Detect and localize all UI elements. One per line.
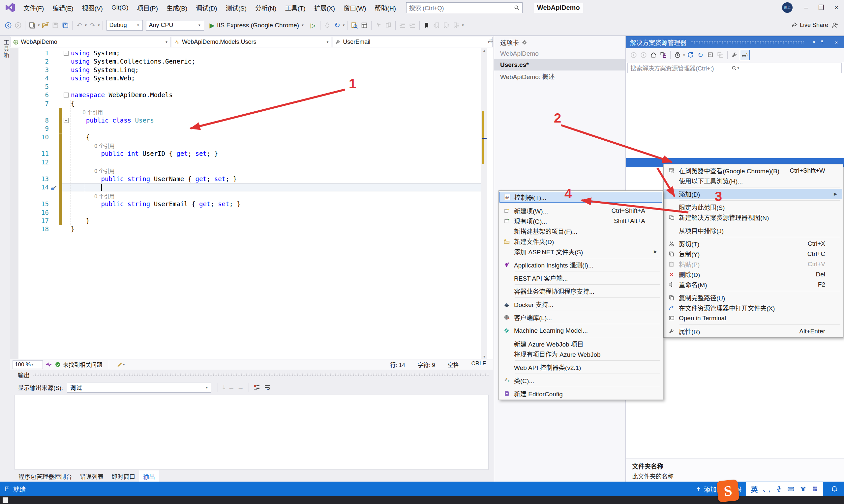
restore-button[interactable]: ❐ (814, 0, 829, 15)
ime-menu-icon[interactable] (812, 486, 818, 492)
menu-gitg[interactable]: Git(G) (107, 0, 133, 15)
menu-item-delete[interactable]: ×删除(D)Del (664, 269, 842, 280)
menu-item-new-azure-webjob-project[interactable]: 新建 Azure WebJob 项目 (499, 339, 662, 349)
tree-item-properties[interactable] (626, 103, 844, 112)
save-all-button[interactable] (61, 20, 70, 30)
soft-keyboard-icon[interactable] (787, 485, 795, 492)
navigate-forward-button[interactable] (14, 20, 23, 30)
menu-item-docker-support[interactable]: Docker 支持... (499, 299, 662, 309)
tree-item-app-data[interactable] (626, 121, 844, 130)
live-share-button[interactable]: Live Share (791, 22, 828, 29)
document-tab[interactable]: Users.cs* (494, 59, 625, 71)
menu-item-exclude-from-project[interactable]: 从项目中排除(J) (664, 225, 842, 236)
code-line[interactable]: 6−namespace WebApiDemo.Models (10, 91, 487, 100)
menu-item-new-scaffolded-item[interactable]: 新搭建基架的项目(F)... (499, 226, 662, 236)
tree-item-areas[interactable] (626, 140, 844, 149)
code-line[interactable]: 13public string UserName { get; set; } (10, 175, 487, 183)
line-number[interactable]: 14 (10, 183, 49, 191)
solution-explorer-title-bar[interactable]: 解决方案资源管理器 ▾ × (626, 36, 844, 48)
close-panel-icon[interactable]: × (831, 39, 842, 45)
menu-item-browse-with[interactable]: 使用以下工具浏览(H)... (664, 176, 842, 186)
code-line[interactable]: 16 (10, 209, 487, 217)
open-file-button[interactable] (41, 20, 50, 30)
menu-v[interactable]: 视图(V) (78, 0, 107, 15)
minimize-button[interactable]: – (798, 0, 814, 15)
menu-t[interactable]: 工具(T) (280, 0, 310, 15)
nav-dropdown-member[interactable]: UserEmail▾ (333, 37, 493, 47)
menu-n[interactable]: 分析(N) (251, 0, 280, 15)
dropdown-caret[interactable]: ▾ (85, 23, 87, 28)
editor-vertical-scrollbar[interactable]: ▲ ▼ (481, 48, 487, 359)
restart-button[interactable]: ↻ (333, 20, 342, 30)
dropdown-caret[interactable]: ▾ (98, 23, 100, 28)
line-number[interactable]: 16 (10, 209, 49, 216)
code-health-icon[interactable] (46, 361, 52, 368)
line-number[interactable]: 12 (10, 159, 49, 166)
tree-item-connected-services[interactable] (626, 93, 844, 103)
start-without-debugging-button[interactable]: ▷ (309, 20, 318, 30)
notifications-bell-icon[interactable] (831, 485, 838, 492)
close-button[interactable]: × (829, 0, 844, 15)
quick-actions-screwdriver-icon[interactable] (51, 184, 57, 191)
space-indicator[interactable]: 空格 (448, 360, 459, 368)
panel-tab-inactive[interactable]: 错误列表 (76, 470, 107, 482)
code-line[interactable]: 1−using System; (10, 49, 487, 58)
menu-item-class[interactable]: 类(C)... (499, 375, 662, 385)
panel-tab-active[interactable]: 输出 (139, 470, 159, 482)
find-in-files-button[interactable] (350, 20, 359, 30)
codelens-row[interactable]: 0 个引用 (10, 167, 487, 175)
code-line[interactable]: 2using System.Collections.Generic; (10, 58, 487, 66)
menu-item-client-library[interactable]: 客户端库(L)... (499, 312, 662, 323)
gear-icon[interactable] (521, 39, 527, 45)
panel-tab-inactive[interactable]: 程序包管理器控制台 (15, 470, 76, 482)
scroll-up-arrow[interactable]: ▲ (481, 49, 487, 52)
code-line[interactable]: 12 (10, 159, 487, 167)
menu-x[interactable]: 扩展(X) (310, 0, 339, 15)
menu-item-new-item[interactable]: 新建项(W)...Ctrl+Shift+A (499, 205, 662, 216)
home-icon[interactable] (649, 50, 658, 60)
menu-item-add-aspnet-folder[interactable]: 添加 ASP.NET 文件夹(S)▶ (499, 247, 662, 257)
background-tasks-icon[interactable] (4, 486, 10, 492)
menu-b[interactable]: 生成(B) (162, 0, 192, 15)
code-line[interactable]: 8−public class Users (10, 116, 487, 125)
menu-item-existing-item[interactable]: 现有项(G)...Shift+Alt+A (499, 216, 662, 226)
solution-configurations-select[interactable]: Debug▾ (106, 20, 143, 31)
collapse-all-icon[interactable] (706, 50, 715, 60)
code-line[interactable]: 10{ (10, 133, 487, 142)
menu-item-cut[interactable]: 剪切(T)Ctrl+X (664, 238, 842, 249)
menu-item-new-editorconfig[interactable]: 新建 EditorConfig (499, 389, 662, 399)
menu-item-view-in-browser[interactable]: 在浏览器中查看(Google Chrome)(B)Ctrl+Shift+W (664, 165, 842, 176)
code-line[interactable]: 9 (10, 125, 487, 133)
save-button[interactable] (51, 20, 60, 30)
code-line[interactable]: 4using System.Web; (10, 74, 487, 83)
code-line[interactable]: 7{ (10, 100, 487, 108)
menu-w[interactable]: 窗口(W) (339, 0, 371, 15)
microphone-icon[interactable] (775, 486, 782, 492)
document-tab[interactable]: WebApiDemo: 概述 (494, 71, 625, 82)
pin-icon[interactable] (820, 40, 831, 44)
code-cleanup-icon[interactable] (116, 361, 122, 368)
codelens-row[interactable]: 0 个引用 (10, 192, 487, 200)
redo-button[interactable]: ↷ (88, 20, 97, 30)
menu-item-open-in-terminal[interactable]: Open in Terminal (664, 313, 842, 323)
navigate-home-button[interactable] (360, 20, 369, 30)
ime-punctuation[interactable]: 、, (763, 485, 770, 493)
scroll-down-arrow[interactable]: ▼ (481, 355, 487, 358)
hot-reload-icon[interactable] (323, 20, 332, 30)
tree-item-references[interactable] (626, 112, 844, 121)
navigate-back-button[interactable] (4, 20, 13, 30)
dropdown-caret[interactable]: ▾ (343, 23, 345, 28)
menu-f[interactable]: 文件(F) (19, 0, 48, 15)
nav-dropdown-project[interactable]: WebApiDemo▾ (11, 37, 170, 47)
line-number[interactable]: 9 (10, 125, 49, 132)
menu-item-container-orchestrator[interactable]: 容器业务流程协调程序支持... (499, 286, 662, 296)
menu-e[interactable]: 编辑(E) (48, 0, 77, 15)
menu-d[interactable]: 调试(D) (192, 0, 221, 15)
menu-item-controller[interactable]: @控制器(T)... (499, 192, 662, 203)
ime-toolbar[interactable]: 英 、, (746, 482, 823, 496)
zoom-selector[interactable]: 100 %▾ (13, 360, 43, 369)
taskbar-item[interactable] (3, 498, 8, 503)
eol-indicator[interactable]: CRLF (471, 360, 486, 368)
codelens-row[interactable]: 0 个引用 (10, 142, 487, 150)
menu-item-rest-api-client[interactable]: REST API 客户端... (499, 273, 662, 283)
